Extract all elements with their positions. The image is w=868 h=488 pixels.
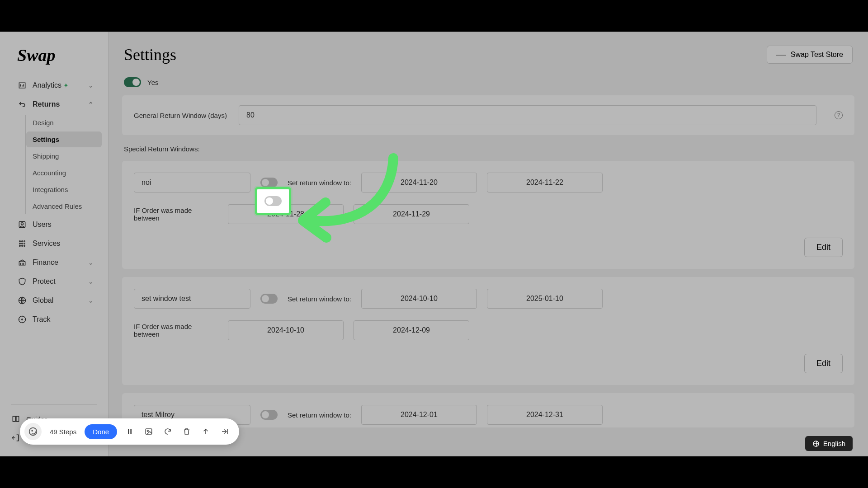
window-name-input[interactable]: noi xyxy=(134,173,250,192)
cond-to[interactable]: 2024-12-09 xyxy=(354,320,469,340)
image-icon[interactable] xyxy=(142,425,155,438)
svg-rect-17 xyxy=(130,429,132,434)
edit-button[interactable]: Edit xyxy=(804,354,843,373)
store-selector[interactable]: — Swap Test Store xyxy=(767,46,853,64)
nav-returns-label: Returns xyxy=(33,100,60,108)
trash-icon[interactable] xyxy=(180,425,193,438)
svg-point-6 xyxy=(22,243,23,244)
window-name-input[interactable]: set window test xyxy=(134,289,250,309)
book-icon xyxy=(11,414,21,424)
prior-toggle-label: Yes xyxy=(147,79,158,86)
nav-returns[interactable]: Returns ⌃ xyxy=(0,95,105,114)
nav-shipping[interactable]: Shipping xyxy=(26,148,102,164)
store-name: Swap Test Store xyxy=(791,51,843,59)
done-button[interactable]: Done xyxy=(85,424,117,439)
nav-global-label: Global xyxy=(33,296,53,305)
svg-point-1 xyxy=(21,223,24,225)
nav-advanced-rules[interactable]: Advanced Rules xyxy=(26,198,102,214)
svg-point-4 xyxy=(24,241,25,242)
highlighted-toggle[interactable] xyxy=(264,196,282,206)
services-icon xyxy=(17,239,27,249)
protect-icon xyxy=(17,277,27,286)
chevron-down-icon: ⌄ xyxy=(88,82,94,89)
nav-settings[interactable]: Settings xyxy=(26,131,102,147)
nav-analytics[interactable]: Analytics ✦ ⌄ xyxy=(0,76,105,95)
svg-point-5 xyxy=(19,243,21,244)
main-content: Settings — Swap Test Store Yes General R… xyxy=(108,32,868,456)
pause-icon[interactable] xyxy=(123,425,136,438)
recorder-avatar-icon[interactable] xyxy=(24,423,42,440)
nav-accounting[interactable]: Accounting xyxy=(26,165,102,181)
cond-label: IF Order was made between xyxy=(134,206,218,222)
language-label: English xyxy=(823,440,845,447)
svg-point-7 xyxy=(24,243,25,244)
arrow-right-to-line-icon[interactable] xyxy=(218,425,231,438)
svg-point-3 xyxy=(22,241,23,242)
window-name-value: test Milroy xyxy=(142,411,175,419)
nav-protect-label: Protect xyxy=(33,277,56,286)
nav-track[interactable]: Track xyxy=(0,310,105,329)
recorder-toolbar: 49 Steps Done xyxy=(20,418,239,445)
nav-services[interactable]: Services xyxy=(0,234,105,253)
set-return-from[interactable]: 2024-10-10 xyxy=(361,289,477,309)
highlight-callout xyxy=(255,187,291,215)
arrow-up-icon[interactable] xyxy=(199,425,212,438)
cond-from[interactable]: 2024-10-10 xyxy=(228,320,344,340)
set-return-label: Set return window to: xyxy=(288,295,351,303)
nav-analytics-label: Analytics xyxy=(33,81,61,89)
set-return-from[interactable]: 2024-12-01 xyxy=(361,405,477,425)
logout-icon xyxy=(11,433,21,443)
nav-protect[interactable]: Protect ⌄ xyxy=(0,272,105,291)
set-return-from-value: 2024-10-10 xyxy=(401,295,438,303)
nav-integrations[interactable]: Integrations xyxy=(26,182,102,197)
nav-global[interactable]: Global ⌄ xyxy=(0,291,105,310)
analytics-icon xyxy=(17,80,27,90)
cond-to-value: 2024-11-29 xyxy=(393,210,430,218)
redo-icon[interactable] xyxy=(161,425,174,438)
cond-to-value: 2024-12-09 xyxy=(393,326,430,334)
set-return-to[interactable]: 2024-11-22 xyxy=(487,173,603,192)
window-toggle[interactable] xyxy=(260,178,278,188)
set-return-to-value: 2025-01-10 xyxy=(526,295,563,303)
chevron-up-icon: ⌃ xyxy=(88,101,94,108)
globe-icon xyxy=(17,296,27,305)
svg-point-13 xyxy=(22,319,23,320)
page-title: Settings xyxy=(124,45,176,64)
edit-button[interactable]: Edit xyxy=(804,238,843,257)
language-selector[interactable]: English xyxy=(805,436,853,451)
cond-to[interactable]: 2024-11-29 xyxy=(354,204,469,224)
general-return-value: 80 xyxy=(246,111,255,119)
window-toggle[interactable] xyxy=(260,410,278,420)
set-return-from-value: 2024-12-01 xyxy=(401,411,438,419)
nav-users-label: Users xyxy=(33,221,52,229)
special-window-card-2: set window test Set return window to: 20… xyxy=(122,277,854,385)
nav-finance-label: Finance xyxy=(33,258,58,267)
svg-point-8 xyxy=(19,245,21,247)
nav-returns-subgroup: Design Settings Shipping Accounting Inte… xyxy=(25,115,105,214)
window-toggle[interactable] xyxy=(260,294,278,304)
primary-nav: Analytics ✦ ⌄ Returns ⌃ Design Settings … xyxy=(0,76,108,400)
special-window-card-1: noi Set return window to: 2024-11-20 202… xyxy=(122,161,854,269)
svg-point-2 xyxy=(19,241,21,242)
nav-services-label: Services xyxy=(33,239,60,248)
window-name-value: set window test xyxy=(142,295,191,303)
chevron-down-icon: ⌄ xyxy=(88,278,94,285)
svg-point-9 xyxy=(22,245,23,247)
set-return-from-value: 2024-11-20 xyxy=(401,178,438,187)
set-return-to[interactable]: 2024-12-31 xyxy=(487,405,603,425)
globe-icon xyxy=(812,440,820,447)
prior-setting-peek: Yes xyxy=(124,77,854,87)
nav-design[interactable]: Design xyxy=(26,115,102,131)
svg-point-15 xyxy=(32,430,33,431)
nav-users[interactable]: Users xyxy=(0,215,105,234)
help-icon[interactable]: ? xyxy=(835,111,843,119)
set-return-label: Set return window to: xyxy=(288,411,351,419)
set-return-from[interactable]: 2024-11-20 xyxy=(361,173,477,192)
chevron-down-icon: ⌄ xyxy=(88,297,94,304)
svg-rect-16 xyxy=(128,429,129,434)
prior-toggle[interactable] xyxy=(124,77,141,87)
svg-point-19 xyxy=(147,430,148,432)
nav-finance[interactable]: Finance ⌄ xyxy=(0,253,105,272)
set-return-to[interactable]: 2025-01-10 xyxy=(487,289,603,309)
general-return-input[interactable]: 80 xyxy=(239,105,816,125)
